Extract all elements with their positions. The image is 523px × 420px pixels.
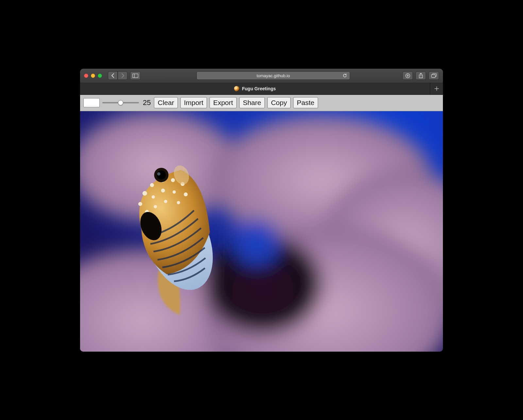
slider-thumb[interactable] (118, 100, 123, 105)
paste-button[interactable]: Paste (293, 97, 318, 108)
tabs-icon (431, 73, 437, 78)
url-text: tomayac.github.io (257, 73, 290, 78)
tab-title: Fugu Greetings (242, 86, 276, 91)
browser-tab-active[interactable]: Fugu Greetings (80, 83, 430, 95)
favicon-icon (234, 86, 239, 91)
download-icon (405, 73, 410, 78)
chevron-right-icon (121, 73, 125, 78)
reload-icon (343, 73, 347, 78)
browser-toolbar: tomayac.github.io (80, 69, 443, 83)
address-bar[interactable]: tomayac.github.io (196, 71, 350, 80)
sidebar-icon (132, 74, 138, 78)
minimize-window-button[interactable] (91, 74, 95, 78)
tabs-button[interactable] (429, 71, 439, 80)
sidebar-toggle-button[interactable] (130, 71, 141, 80)
plus-icon (434, 86, 439, 91)
window-controls (84, 74, 102, 78)
tab-strip: Fugu Greetings (80, 83, 443, 95)
chevron-left-icon (111, 73, 115, 78)
share-icon (419, 73, 423, 78)
brush-size-slider[interactable] (102, 99, 139, 106)
close-window-button[interactable] (84, 74, 88, 78)
forward-button[interactable] (118, 71, 127, 80)
import-button[interactable]: Import (180, 97, 207, 108)
new-tab-button[interactable] (430, 83, 443, 95)
svg-point-12 (234, 219, 279, 265)
export-button[interactable]: Export (210, 97, 237, 108)
brush-size-value: 25 (143, 98, 151, 107)
canvas-image (80, 111, 443, 352)
svg-rect-0 (133, 74, 138, 78)
safari-window: tomayac.github.io (80, 69, 443, 352)
reload-button[interactable] (343, 73, 347, 78)
share-button[interactable] (415, 71, 426, 80)
canvas-area[interactable] (80, 111, 443, 352)
downloads-button[interactable] (402, 71, 413, 80)
app-toolbar: 25 Clear Import Export Share Copy Paste (80, 95, 443, 111)
clear-button[interactable]: Clear (154, 97, 177, 108)
nav-buttons (108, 71, 127, 80)
svg-rect-4 (431, 75, 435, 78)
back-button[interactable] (108, 71, 118, 80)
copy-button[interactable]: Copy (267, 97, 291, 108)
share-app-button[interactable]: Share (239, 97, 265, 108)
color-picker[interactable] (83, 98, 100, 107)
maximize-window-button[interactable] (98, 74, 102, 78)
